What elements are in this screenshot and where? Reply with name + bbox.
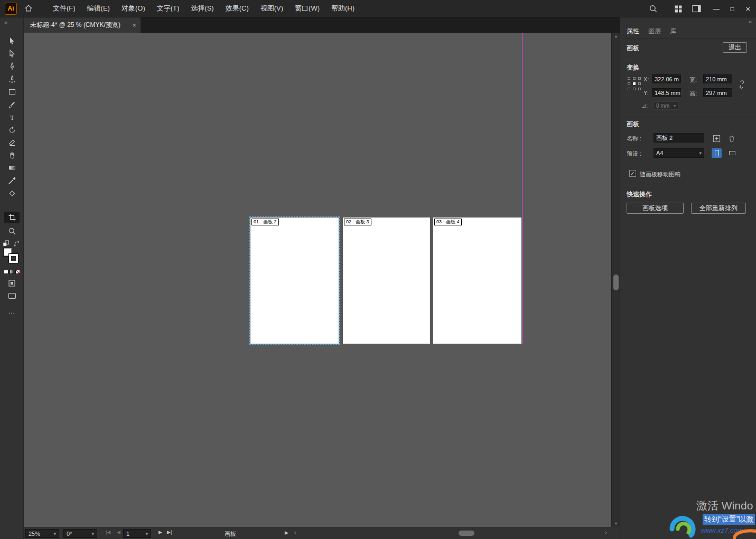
type-tool[interactable]: T: [4, 111, 20, 123]
selection-tool[interactable]: [4, 35, 20, 47]
add-artboard-icon[interactable]: [712, 134, 721, 143]
first-artboard-button[interactable]: |◀: [106, 529, 110, 535]
hscroll-left-icon[interactable]: ‹: [294, 529, 296, 535]
color-chip[interactable]: [4, 270, 8, 274]
vertical-scrollbar[interactable]: ▲ ▼: [611, 33, 620, 527]
gradient-tool[interactable]: [4, 162, 20, 174]
pen-tool[interactable]: [4, 61, 20, 72]
menu-select[interactable]: 选择(S): [185, 0, 219, 17]
artboard-3[interactable]: 03 - 画板 4: [433, 218, 521, 344]
artboard-1[interactable]: 01 - 画板 2: [250, 218, 339, 344]
stroke-swatch[interactable]: [9, 254, 18, 263]
curvature-tool[interactable]: [4, 73, 20, 85]
menubar-right: — □ ×: [645, 0, 756, 17]
fill-stroke-widget: [3, 248, 21, 266]
shaper-tool[interactable]: [4, 187, 20, 199]
toolbar-expand-icon[interactable]: »: [4, 19, 7, 25]
tab-libraries[interactable]: 库: [670, 27, 676, 36]
y-field[interactable]: 148.5 mm: [652, 88, 681, 97]
scroll-up-icon[interactable]: ▲: [612, 34, 620, 38]
width-field[interactable]: 210 mm: [703, 74, 732, 83]
menu-edit[interactable]: 编辑(E): [81, 0, 116, 17]
zoom-tool[interactable]: [4, 225, 20, 237]
horizontal-scroll-thumb[interactable]: [459, 531, 474, 536]
height-field[interactable]: 297 mm: [703, 88, 732, 97]
tab-layers[interactable]: 图层: [648, 27, 661, 36]
portrait-orientation-button[interactable]: [712, 148, 722, 158]
artboard-3-label[interactable]: 03 - 画板 4: [434, 219, 462, 225]
rotation-dropdown[interactable]: 0° ▾: [63, 529, 97, 538]
home-icon[interactable]: [24, 4, 33, 13]
menu-help[interactable]: 帮助(H): [325, 0, 360, 17]
document-tab-title: 未标题-4* @ 25 % (CMYK/预览): [30, 21, 129, 30]
artboard-tool[interactable]: [4, 212, 20, 223]
search-icon[interactable]: [645, 0, 661, 17]
direct-selection-tool[interactable]: [4, 48, 20, 60]
panel-context-title: 画板: [627, 44, 639, 53]
menu-effect[interactable]: 效果(C): [220, 0, 255, 17]
panel-tabs: 属性 图层 库: [620, 25, 756, 39]
last-artboard-button[interactable]: ▶|: [167, 529, 172, 535]
delete-artboard-icon[interactable]: [727, 134, 736, 143]
x-field[interactable]: 322.06 m: [652, 74, 681, 83]
eraser-tool[interactable]: [4, 137, 20, 148]
maximize-button[interactable]: □: [724, 0, 740, 17]
artboard-2-label[interactable]: 02 - 画板 3: [344, 219, 371, 225]
default-fill-stroke-icon[interactable]: [1, 239, 11, 248]
rearrange-all-button[interactable]: 全部重新排列: [691, 203, 746, 214]
preset-dropdown[interactable]: A4 ▾: [654, 148, 704, 158]
rectangle-tool[interactable]: [4, 86, 20, 98]
close-button[interactable]: ×: [740, 0, 756, 17]
reference-point-grid[interactable]: [628, 77, 641, 90]
minimize-button[interactable]: —: [708, 0, 724, 17]
zoom-level-dropdown[interactable]: 25% ▾: [25, 529, 59, 538]
menu-window[interactable]: 窗口(W): [289, 0, 325, 17]
workspace-switcher-icon[interactable]: [688, 0, 704, 17]
swap-fill-stroke-icon[interactable]: [12, 239, 21, 248]
angle-dropdown[interactable]: 0 mm ▾: [654, 101, 678, 110]
scroll-down-icon[interactable]: ▼: [612, 522, 620, 525]
screen-mode-icon[interactable]: [4, 291, 20, 300]
artboard-2[interactable]: 02 - 画板 3: [343, 218, 430, 344]
gradient-chip[interactable]: [10, 270, 14, 274]
illustrator-logo[interactable]: Ai: [5, 3, 17, 15]
canvas[interactable]: 01 - 画板 2 02 - 画板 3 03 - 画板 4: [24, 33, 611, 527]
preset-value: A4: [656, 150, 663, 156]
menu-view[interactable]: 视图(V): [255, 0, 289, 17]
document-tab[interactable]: 未标题-4* @ 25 % (CMYK/预览) ×: [24, 17, 141, 33]
rotation-value: 0°: [67, 531, 72, 537]
artboard-options-button[interactable]: 画板选项: [627, 203, 684, 214]
status-bar: 25% ▾ 0° ▾ |◀ ◀ 1 ▾ ▶ ▶| 画板 ▶ ‹ ›: [24, 527, 611, 539]
status-flyout-icon[interactable]: ▶: [285, 530, 288, 535]
vertical-scroll-thumb[interactable]: [613, 275, 619, 290]
hscroll-right-icon[interactable]: ›: [605, 529, 607, 535]
link-dimensions-icon[interactable]: [737, 80, 746, 89]
menu-object[interactable]: 对象(O): [116, 0, 151, 17]
artboard-name-input[interactable]: 画板 2: [654, 133, 704, 143]
tab-properties[interactable]: 属性: [627, 27, 639, 36]
x-label: X:: [643, 76, 649, 82]
arrange-documents-icon[interactable]: [670, 0, 686, 17]
none-chip[interactable]: [15, 270, 20, 274]
status-tool-hint: 画板: [225, 530, 236, 538]
artboard-navigation-dropdown[interactable]: 1 ▾: [123, 529, 151, 538]
previous-artboard-button[interactable]: ◀: [117, 529, 120, 535]
landscape-orientation-button[interactable]: [727, 148, 737, 158]
paintbrush-tool[interactable]: [4, 99, 20, 110]
menu-type[interactable]: 文字(T): [151, 0, 185, 17]
angle-icon: ⊿:: [641, 102, 648, 109]
menu-file[interactable]: 文件(F): [47, 0, 81, 17]
artboard-1-label[interactable]: 01 - 画板 2: [251, 219, 279, 225]
hand-tool[interactable]: [4, 149, 20, 161]
move-artwork-checkbox[interactable]: ✓: [629, 170, 636, 177]
artboard-navigation-value: 1: [126, 531, 129, 537]
draw-mode-icon[interactable]: [4, 279, 20, 287]
next-artboard-button[interactable]: ▶: [158, 529, 162, 535]
rotate-tool[interactable]: [4, 124, 20, 136]
tab-close-icon[interactable]: ×: [132, 21, 136, 29]
panel-collapse-icon[interactable]: »: [749, 18, 752, 25]
more-tools-icon[interactable]: …: [4, 307, 20, 315]
exit-artboard-button[interactable]: 退出: [723, 42, 747, 53]
eyedropper-tool[interactable]: [4, 175, 20, 186]
document-tabstrip: 未标题-4* @ 25 % (CMYK/预览) ×: [24, 17, 620, 33]
